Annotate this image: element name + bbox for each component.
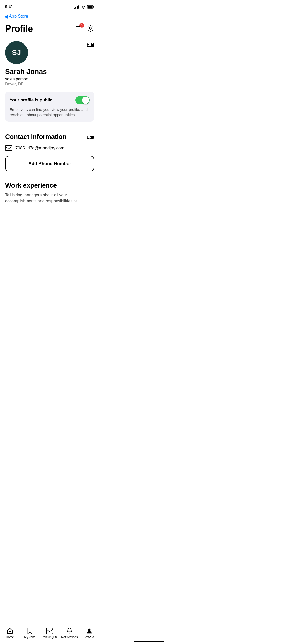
public-profile-desc: Employers can find you, view your profil…	[10, 107, 90, 118]
work-section-title: Work experience	[5, 182, 94, 189]
list-icon-button[interactable]: 3	[75, 25, 83, 33]
email-address: 70851d7a@moodjoy.com	[15, 145, 64, 151]
public-profile-card: Your profile is public Employers can fin…	[5, 92, 94, 122]
public-profile-row: Your profile is public	[10, 96, 90, 104]
status-bar: 9:41	[0, 0, 99, 12]
svg-rect-2	[88, 6, 93, 8]
work-section: Work experience Tell hiring managers abo…	[0, 175, 99, 204]
public-profile-label: Your profile is public	[10, 98, 52, 103]
profile-section: SJ Edit Sarah Jonas sales person Dover, …	[0, 38, 99, 127]
back-arrow-icon: ◀	[4, 13, 8, 19]
add-phone-button[interactable]: Add Phone Number	[5, 156, 94, 171]
profile-role: sales person	[5, 77, 94, 81]
header-actions: 3	[75, 24, 94, 33]
notification-badge: 3	[79, 23, 84, 28]
svg-rect-1	[93, 6, 94, 8]
contact-section: Contact information Edit 70851d7a@moodjo…	[0, 127, 99, 175]
back-nav-label: App Store	[9, 14, 28, 19]
profile-name: Sarah Jonas	[5, 68, 94, 76]
email-row: 70851d7a@moodjoy.com	[5, 145, 94, 151]
page-header: Profile 3	[0, 21, 99, 38]
settings-button[interactable]	[87, 24, 94, 33]
public-profile-toggle[interactable]	[75, 96, 90, 104]
wifi-icon	[81, 5, 86, 9]
gear-icon	[87, 24, 94, 32]
contact-edit-button[interactable]: Edit	[87, 135, 94, 140]
back-nav[interactable]: ◀ App Store	[0, 12, 99, 21]
signal-icon	[74, 5, 79, 9]
avatar: SJ	[5, 41, 28, 64]
profile-location: Dover, DE	[5, 82, 94, 86]
svg-rect-7	[5, 145, 12, 151]
contact-section-header: Contact information Edit	[5, 133, 94, 141]
page-title: Profile	[5, 23, 33, 34]
work-section-desc: Tell hiring managers about all your acco…	[5, 192, 94, 204]
status-icons	[74, 5, 94, 9]
toggle-knob	[82, 97, 89, 104]
profile-top-row: SJ Edit	[5, 41, 94, 64]
battery-icon	[87, 5, 94, 9]
status-time: 9:41	[5, 5, 13, 9]
contact-section-title: Contact information	[5, 133, 66, 141]
profile-edit-button[interactable]: Edit	[87, 42, 94, 47]
svg-point-6	[89, 27, 91, 29]
email-icon	[5, 145, 12, 151]
